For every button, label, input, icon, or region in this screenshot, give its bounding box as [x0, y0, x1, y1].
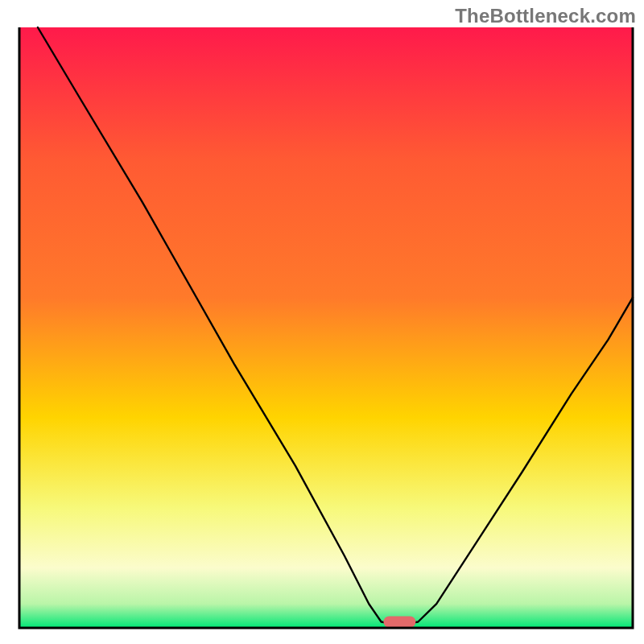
chart-svg — [0, 0, 644, 644]
plot-gradient-background — [19, 27, 633, 628]
optimal-marker — [383, 617, 415, 628]
watermark-text: TheBottleneck.com — [455, 5, 636, 27]
bottleneck-chart: TheBottleneck.com — [0, 0, 644, 644]
